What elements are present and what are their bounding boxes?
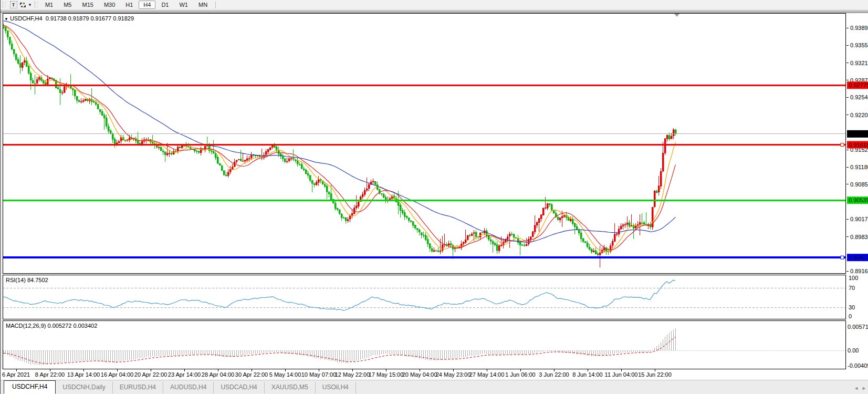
svg-text:10 May 07:00: 10 May 07:00 <box>301 371 337 378</box>
chart-tab-usdcad-h4[interactable]: USDCAD,H4 <box>214 382 264 393</box>
chart-tab-bar: USDCHF,H4USDCNH,DailyEURUSD,H4AUDUSD,H4U… <box>1 380 868 394</box>
mt4-window: T ▼ M1M5M15M30H1H4D1W1MN 0.938900.935500… <box>0 0 868 394</box>
chart-tab-eurusd-h4[interactable]: EURUSD,H4 <box>113 382 163 393</box>
svg-text:3 Jun 22:00: 3 Jun 22:00 <box>539 371 569 378</box>
svg-text:0.92775: 0.92775 <box>849 82 868 88</box>
chart-tab-usdcnh-daily[interactable]: USDCNH,Daily <box>56 382 112 393</box>
svg-text:0.93550: 0.93550 <box>850 42 868 48</box>
svg-text:13 Apr 14:00: 13 Apr 14:00 <box>67 371 100 378</box>
svg-text:70: 70 <box>849 285 855 291</box>
svg-text:30 Apr 22:00: 30 Apr 22:00 <box>235 371 268 378</box>
svg-text:8 Apr 22:00: 8 Apr 22:00 <box>35 371 65 378</box>
svg-text:-0.004094: -0.004094 <box>848 362 868 369</box>
svg-text:0.91829: 0.91829 <box>849 131 868 137</box>
svg-text:11 Jun 04:00: 11 Jun 04:00 <box>605 371 638 378</box>
timeframe-m5-button[interactable]: M5 <box>59 1 76 9</box>
symbol-dropdown-icon[interactable]: ▼ <box>4 17 8 22</box>
current-price-badge: 0.91829 <box>847 130 868 138</box>
svg-text:0.90850: 0.90850 <box>850 181 868 188</box>
svg-text:24 May 23:00: 24 May 23:00 <box>436 371 471 378</box>
svg-text:0.90170: 0.90170 <box>850 216 868 222</box>
tab-scroll-left-icon[interactable]: ◄ <box>854 386 859 391</box>
timeframe-m15-button[interactable]: M15 <box>77 1 98 9</box>
svg-text:15 Jun 22:00: 15 Jun 22:00 <box>638 371 672 378</box>
svg-text:0.93210: 0.93210 <box>850 60 868 66</box>
rsi-label: RSI(14) 84.7502 <box>6 277 48 283</box>
timeframe-m1-button[interactable]: M1 <box>40 1 58 9</box>
svg-text:8 Jun 14:00: 8 Jun 14:00 <box>572 371 603 378</box>
svg-text:23 Apr 14:00: 23 Apr 14:00 <box>168 371 201 378</box>
svg-text:5 May 14:00: 5 May 14:00 <box>269 371 301 378</box>
chart-tab-audusd-h4[interactable]: AUDUSD,H4 <box>163 382 214 393</box>
toolbar-separator <box>215 2 216 8</box>
svg-text:6 Apr 2021: 6 Apr 2021 <box>2 371 30 378</box>
svg-text:0.91180: 0.91180 <box>850 164 868 170</box>
svg-text:0: 0 <box>849 313 852 319</box>
toolbar-grip[interactable] <box>35 2 38 8</box>
svg-text:0.90539: 0.90539 <box>849 197 868 203</box>
svg-text:20 Apr 22:00: 20 Apr 22:00 <box>134 371 167 378</box>
price-badge-0.91618: 0.91618 <box>847 141 868 149</box>
svg-text:0.93890: 0.93890 <box>850 25 868 31</box>
svg-text:0.92540: 0.92540 <box>850 94 868 100</box>
chart-symbol-period: USDCHF,H4 <box>10 15 43 22</box>
timeframe-d1-button[interactable]: D1 <box>156 1 173 9</box>
chart-tab-usoil-h4[interactable]: USOil,H4 <box>316 382 356 393</box>
svg-text:1 Jun 06:00: 1 Jun 06:00 <box>505 371 536 378</box>
timeframe-mn-button[interactable]: MN <box>194 1 212 9</box>
svg-text:0.00: 0.00 <box>848 347 859 354</box>
svg-text:27 May 14:00: 27 May 14:00 <box>469 371 505 378</box>
svg-text:28 Apr 04:00: 28 Apr 04:00 <box>202 371 234 378</box>
timeframe-w1-button[interactable]: W1 <box>174 1 193 9</box>
price-badge-0.92775: 0.92775 <box>847 81 868 89</box>
price-badge-0.89427: 0.89427 <box>847 254 868 261</box>
svg-text:0.89830: 0.89830 <box>850 234 868 240</box>
text-label-tool-button[interactable]: T <box>8 1 18 9</box>
chart-tab-usdchf-h4[interactable]: USDCHF,H4 <box>4 380 56 394</box>
svg-text:16 Apr 04:00: 16 Apr 04:00 <box>101 371 133 378</box>
svg-text:0.89427: 0.89427 <box>849 254 868 261</box>
toolbar-chart-divider <box>1 9 868 13</box>
timeframe-m30-button[interactable]: M30 <box>99 1 120 9</box>
chart-tabs: USDCHF,H4USDCNH,DailyEURUSD,H4AUDUSD,H4U… <box>4 380 356 394</box>
chart-title-overlay: ▼USDCHF,H4 0.91738 0.91879 0.91677 0.918… <box>4 15 134 22</box>
tab-scroll-right-icon[interactable]: ► <box>862 386 866 391</box>
price-badge-0.90539: 0.90539 <box>847 196 868 204</box>
svg-text:17 May 15:00: 17 May 15:00 <box>369 371 404 378</box>
chart-ohlc-values: 0.91738 0.91879 0.91677 0.91829 <box>46 15 134 22</box>
timeframes-group: M1M5M15M30H1H4D1W1MN <box>40 1 213 9</box>
svg-text:0.91618: 0.91618 <box>849 142 868 148</box>
svg-text:0.92200: 0.92200 <box>850 112 868 118</box>
svg-text:0.005718: 0.005718 <box>848 324 868 330</box>
svg-text:12 May 22:00: 12 May 22:00 <box>335 371 370 378</box>
tab-scroll-buttons: ◄ ► <box>854 386 866 391</box>
text-tool-icon: T <box>10 1 17 8</box>
macd-label: MACD(12,26,9) 0.005272 0.003402 <box>6 323 97 329</box>
arrow-objects-tool-button[interactable]: ▼ <box>19 1 32 9</box>
svg-text:100: 100 <box>849 275 858 281</box>
chart-toolbar: T ▼ M1M5M15M30H1H4D1W1MN <box>1 0 868 9</box>
arrow-objects-icon <box>19 2 26 8</box>
chevron-down-icon: ▼ <box>28 3 32 7</box>
chart-canvas[interactable]: 0.938900.935500.932100.928700.925400.922… <box>1 0 868 394</box>
toolbar-grip[interactable] <box>3 2 6 8</box>
svg-text:20 May 04:00: 20 May 04:00 <box>402 371 437 378</box>
chart-tab-xauusd-m5[interactable]: XAUUSD,M5 <box>265 382 316 393</box>
svg-text:30: 30 <box>849 304 855 310</box>
timeframe-h4-button[interactable]: H4 <box>139 1 155 9</box>
svg-text:0.89160: 0.89160 <box>850 268 868 274</box>
timeframe-h1-button[interactable]: H1 <box>121 1 138 9</box>
